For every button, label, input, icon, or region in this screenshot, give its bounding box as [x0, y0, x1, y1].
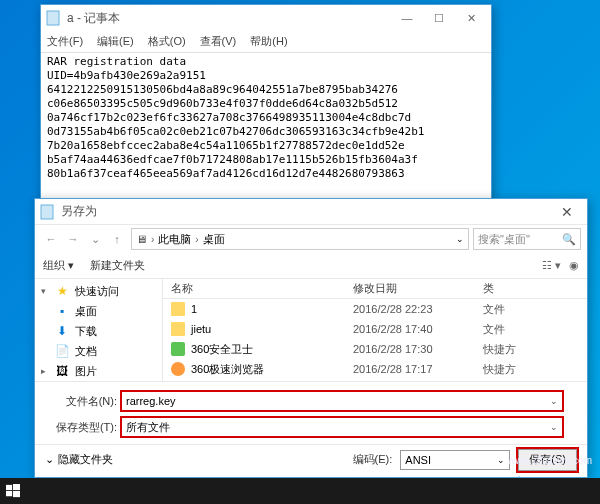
- sidebar-quick-label: 快速访问: [75, 284, 119, 299]
- list-item[interactable]: 360极速浏览器 2016/2/28 17:17 快捷方: [163, 359, 587, 379]
- pictures-icon: 🖼: [55, 364, 69, 378]
- sidebar-item-pictures[interactable]: ▸ 🖼 图片: [35, 361, 162, 381]
- sidebar-item-label: 桌面: [75, 304, 97, 319]
- minimize-button[interactable]: —: [391, 8, 423, 28]
- newfolder-button[interactable]: 新建文件夹: [90, 258, 145, 273]
- sidebar-quick-access[interactable]: ▾ ★ 快速访问: [35, 281, 162, 301]
- saveas-icon: [39, 204, 55, 220]
- col-type[interactable]: 类: [483, 281, 587, 296]
- start-button[interactable]: [0, 478, 26, 504]
- svg-rect-5: [13, 491, 20, 497]
- notepad-title: a - 记事本: [67, 10, 391, 27]
- search-icon: 🔍: [562, 233, 576, 246]
- app-icon: [171, 342, 185, 356]
- navbar: ← → ⌄ ↑ 🖥 › 此电脑 › 桌面 ⌄ 搜索"桌面" 🔍: [35, 225, 587, 253]
- sidebar-item-documents[interactable]: 📄 文档: [35, 341, 162, 361]
- expand-icon[interactable]: ▸: [41, 366, 49, 376]
- star-icon: ★: [55, 284, 69, 298]
- sidebar-item-label: 下载: [75, 324, 97, 339]
- collapse-icon[interactable]: ▾: [41, 286, 49, 296]
- taskbar: [0, 478, 600, 504]
- svg-rect-4: [6, 491, 12, 496]
- nav-forward-icon[interactable]: →: [63, 229, 83, 249]
- chevron-down-icon: ⌄: [45, 453, 54, 466]
- chevron-down-icon[interactable]: ⌄: [550, 396, 558, 406]
- desktop-icon: ▪: [55, 304, 69, 318]
- notepad-menubar: 文件(F) 编辑(E) 格式(O) 查看(V) 帮助(H): [41, 31, 491, 53]
- nav-up-icon[interactable]: ↑: [107, 229, 127, 249]
- svg-rect-2: [6, 485, 12, 490]
- filename-label: 文件名(N):: [45, 394, 117, 409]
- addr-dropdown-icon[interactable]: ⌄: [456, 234, 464, 244]
- sidebar-item-label: 文档: [75, 344, 97, 359]
- encoding-value: ANSI: [405, 454, 431, 466]
- notepad-content[interactable]: RAR registration data UID=4b9afb430e269a…: [41, 53, 491, 183]
- sidebar-item-desktop[interactable]: ▪ 桌面: [35, 301, 162, 321]
- organize-button[interactable]: 组织 ▾: [43, 258, 74, 273]
- filetype-label: 保存类型(T):: [45, 420, 117, 435]
- file-list-header: 名称 修改日期 类: [163, 279, 587, 299]
- filetype-field[interactable]: 所有文件 ⌄: [121, 417, 563, 437]
- close-button[interactable]: ✕: [551, 204, 583, 220]
- encoding-select[interactable]: ANSI ⌄: [400, 450, 510, 470]
- chevron-down-icon: ⌄: [497, 455, 505, 465]
- saveas-title: 另存为: [61, 203, 551, 220]
- close-button[interactable]: ✕: [455, 8, 487, 28]
- view-details-icon[interactable]: ☷ ▾: [542, 259, 561, 272]
- filetype-value: 所有文件: [126, 420, 170, 435]
- form-area: 文件名(N): rarreg.key ⌄ 保存类型(T): 所有文件 ⌄: [35, 381, 587, 444]
- menu-file[interactable]: 文件(F): [47, 34, 83, 49]
- chevron-right-icon: ›: [151, 234, 154, 245]
- search-input[interactable]: 搜索"桌面" 🔍: [473, 228, 581, 250]
- saveas-titlebar[interactable]: 另存为 ✕: [35, 199, 587, 225]
- menu-help[interactable]: 帮助(H): [250, 34, 287, 49]
- bottom-bar: ⌄ 隐藏文件夹 编码(E): ANSI ⌄ 保存(S): [35, 444, 587, 474]
- menu-format[interactable]: 格式(O): [148, 34, 186, 49]
- app-icon: [171, 362, 185, 376]
- hide-folders-label: 隐藏文件夹: [58, 452, 113, 467]
- col-name[interactable]: 名称: [163, 281, 353, 296]
- nav-chevron-down-icon[interactable]: ⌄: [85, 229, 105, 249]
- list-item[interactable]: 360安全卫士 2016/2/28 17:30 快捷方: [163, 339, 587, 359]
- sidebar-item-label: 图片: [75, 364, 97, 379]
- folder-icon: [171, 322, 185, 336]
- notepad-icon: [45, 10, 61, 26]
- menu-edit[interactable]: 编辑(E): [97, 34, 134, 49]
- col-date[interactable]: 修改日期: [353, 281, 483, 296]
- maximize-button[interactable]: ☐: [423, 8, 455, 28]
- encoding-label: 编码(E):: [353, 452, 393, 467]
- saveas-dialog: 另存为 ✕ ← → ⌄ ↑ 🖥 › 此电脑 › 桌面 ⌄ 搜索"桌面" 🔍 组织…: [34, 198, 588, 478]
- document-icon: 📄: [55, 344, 69, 358]
- pc-icon: 🖥: [136, 233, 147, 245]
- toolbar: 组织 ▾ 新建文件夹 ☷ ▾ ◉: [35, 253, 587, 279]
- notepad-window: a - 记事本 — ☐ ✕ 文件(F) 编辑(E) 格式(O) 查看(V) 帮助…: [40, 4, 492, 200]
- svg-rect-1: [41, 205, 53, 219]
- filename-value: rarreg.key: [126, 395, 176, 407]
- help-icon[interactable]: ◉: [569, 259, 579, 272]
- breadcrumb-desktop[interactable]: 桌面: [203, 232, 225, 247]
- download-icon: ⬇: [55, 324, 69, 338]
- notepad-titlebar[interactable]: a - 记事本 — ☐ ✕: [41, 5, 491, 31]
- menu-view[interactable]: 查看(V): [200, 34, 237, 49]
- svg-rect-0: [47, 11, 59, 25]
- sidebar: ▾ ★ 快速访问 ▪ 桌面 ⬇ 下载 📄 文档 ▸ 🖼: [35, 279, 163, 381]
- filename-field[interactable]: rarreg.key ⌄: [121, 391, 563, 411]
- svg-rect-3: [13, 484, 20, 490]
- nav-back-icon[interactable]: ←: [41, 229, 61, 249]
- folder-icon: [171, 302, 185, 316]
- sidebar-item-downloads[interactable]: ⬇ 下载: [35, 321, 162, 341]
- chevron-right-icon: ›: [195, 234, 198, 245]
- list-item[interactable]: jietu 2016/2/28 17:40 文件: [163, 319, 587, 339]
- watermark-url: www.zhishiwu.com: [508, 455, 592, 466]
- breadcrumb-thispc[interactable]: 此电脑: [158, 232, 191, 247]
- list-item[interactable]: 1 2016/2/28 22:23 文件: [163, 299, 587, 319]
- address-bar[interactable]: 🖥 › 此电脑 › 桌面 ⌄: [131, 228, 469, 250]
- file-list: 名称 修改日期 类 1 2016/2/28 22:23 文件 jietu 201…: [163, 279, 587, 381]
- hide-folders-button[interactable]: ⌄ 隐藏文件夹: [45, 452, 113, 467]
- search-placeholder: 搜索"桌面": [478, 232, 530, 247]
- chevron-down-icon[interactable]: ⌄: [550, 422, 558, 432]
